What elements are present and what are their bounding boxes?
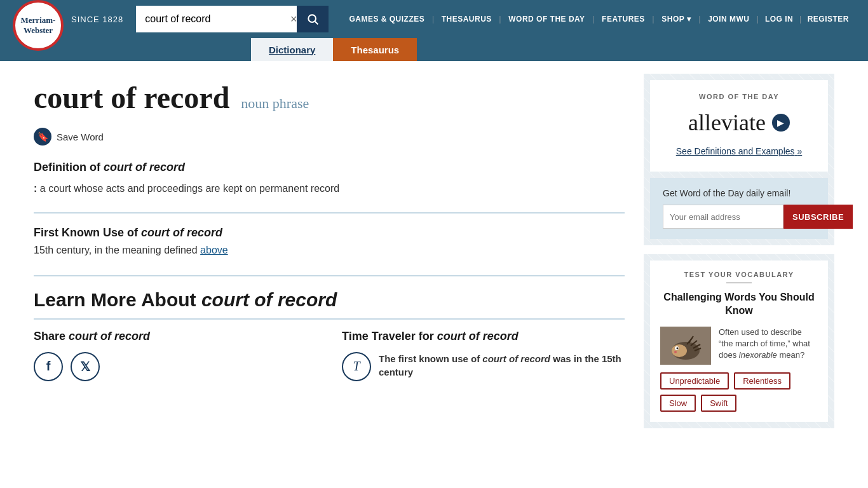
vocab-label: TEST YOUR VOCABULARY	[660, 271, 818, 278]
timetraveler-title: Time Traveler for court of record	[342, 330, 625, 343]
nav-links: GAMES & QUIZZES | THESAURUS | WORD OF TH…	[341, 15, 855, 24]
logo-area: Merriam-Webster SINCE 1828	[13, 0, 123, 44]
main-container: court of record noun phrase 🔖 Save Word …	[15, 61, 853, 441]
facebook-button[interactable]: f	[34, 352, 63, 381]
nav-games[interactable]: GAMES & QUIZZES	[341, 15, 432, 24]
vocab-image	[660, 327, 711, 365]
save-word-button[interactable]: 🔖 Save Word	[34, 128, 104, 146]
vocab-options: Unpredictable Relentless Slow Swift	[660, 372, 818, 412]
timetraveler-badge: T	[342, 352, 371, 381]
svg-point-6	[677, 347, 679, 349]
vocab-card: TEST YOUR VOCABULARY Challenging Words Y…	[650, 261, 828, 422]
nav-join[interactable]: JOIN MWU	[700, 15, 757, 24]
login-link[interactable]: LOG IN	[759, 15, 799, 24]
register-link[interactable]: REGISTER	[801, 15, 855, 24]
search-button[interactable]	[297, 6, 329, 32]
word-pos: noun phrase	[241, 95, 309, 112]
vocab-img-area: Often used to describe “the march of tim…	[660, 327, 818, 365]
vocab-title: Challenging Words You Should Know	[660, 291, 818, 318]
vocab-option-slow[interactable]: Slow	[660, 395, 696, 412]
audio-icon: ▶	[777, 118, 784, 128]
clear-button[interactable]: ×	[290, 13, 297, 26]
section-divider	[34, 275, 625, 276]
divider	[34, 212, 625, 214]
vocab-description: Often used to describe “the march of tim…	[719, 327, 818, 362]
svg-point-0	[309, 15, 316, 22]
bookmark-icon: 🔖	[34, 128, 51, 146]
wotd-word-display: alleviate ▶	[663, 109, 815, 136]
nav-thesaurus[interactable]: THESAURUS	[434, 15, 499, 24]
word-header: court of record noun phrase	[34, 80, 625, 115]
since-text: SINCE 1828	[71, 15, 123, 24]
svg-point-7	[674, 351, 677, 353]
vocab-divider	[726, 282, 752, 283]
tab-thesaurus[interactable]: Thesaurus	[333, 38, 417, 61]
share-section: Share court of record f 𝕏	[34, 330, 316, 381]
vocab-option-swift[interactable]: Swift	[701, 395, 736, 412]
nav-features[interactable]: FEATURES	[594, 15, 653, 24]
first-use-title: First Known Use of court of record	[34, 226, 625, 240]
vocab-option-relentless[interactable]: Relentless	[734, 372, 790, 390]
email-form: SUBSCRIBE	[663, 205, 815, 229]
first-use-text: 15th century, in the meaning defined abo…	[34, 245, 625, 256]
svg-point-4	[672, 344, 687, 357]
timetraveler-content: T The first known use of court of record…	[342, 352, 625, 381]
definition-title: Definition of court of record	[34, 161, 625, 174]
shop-chevron-icon: ▾	[687, 15, 691, 24]
share-timetraveler: Share court of record f 𝕏 Time	[34, 330, 625, 381]
vocab-section: TEST YOUR VOCABULARY Challenging Words Y…	[644, 254, 834, 428]
sidebar-bg: WORD OF THE DAY alleviate ▶ See Definiti…	[644, 74, 834, 245]
email-signup: Get Word of the Day daily email! SUBSCRI…	[650, 178, 828, 239]
timetraveler-section: Time Traveler for court of record T The …	[342, 330, 625, 381]
search-input[interactable]	[136, 6, 297, 32]
header: Merriam-Webster SINCE 1828 × GAMES & QUI…	[0, 0, 868, 38]
timetraveler-text: The first known use of court of record w…	[379, 352, 625, 379]
content-area: court of record noun phrase 🔖 Save Word …	[34, 74, 625, 428]
vocab-option-unpredictable[interactable]: Unpredictable	[660, 372, 729, 390]
tab-dictionary[interactable]: Dictionary	[251, 38, 333, 61]
wotd-label: WORD OF THE DAY	[663, 93, 815, 100]
audio-button[interactable]: ▶	[772, 114, 790, 132]
twitter-button[interactable]: 𝕏	[71, 352, 100, 381]
social-icons: f 𝕏	[34, 352, 316, 381]
hedgehog-illustration	[660, 327, 711, 365]
first-use-link[interactable]: above	[200, 245, 228, 255]
email-label: Get Word of the Day daily email!	[663, 188, 815, 198]
nav-shop[interactable]: SHOP ▾	[654, 15, 699, 24]
wotd-definitions-link[interactable]: See Definitions and Examples »	[663, 146, 815, 156]
definition-section: Definition of court of record : a court …	[34, 161, 625, 197]
definition-text: : a court whose acts and proceedings are…	[34, 180, 625, 197]
share-title: Share court of record	[34, 330, 316, 343]
search-area: ×	[136, 6, 329, 32]
first-use-section: First Known Use of court of record 15th …	[34, 226, 625, 256]
twitter-icon: 𝕏	[80, 359, 90, 374]
logo-text: Merriam-Webster	[21, 15, 56, 35]
learn-more-title: Learn More About court of record	[34, 289, 625, 320]
sidebar: WORD OF THE DAY alleviate ▶ See Definiti…	[644, 74, 834, 428]
save-word-label: Save Word	[57, 132, 104, 142]
nav-wotd[interactable]: WORD OF THE DAY	[501, 15, 592, 24]
word-title: court of record	[34, 80, 229, 115]
logo[interactable]: Merriam-Webster	[13, 0, 64, 51]
subscribe-button[interactable]: SUBSCRIBE	[783, 205, 853, 229]
email-input[interactable]	[663, 205, 783, 229]
tab-row: Dictionary Thesaurus	[0, 38, 868, 61]
learn-more-section: Learn More About court of record Share c…	[34, 289, 625, 381]
facebook-icon: f	[46, 359, 51, 374]
svg-line-1	[315, 22, 318, 25]
wotd-card: WORD OF THE DAY alleviate ▶ See Definiti…	[650, 80, 828, 172]
search-icon	[306, 13, 319, 25]
